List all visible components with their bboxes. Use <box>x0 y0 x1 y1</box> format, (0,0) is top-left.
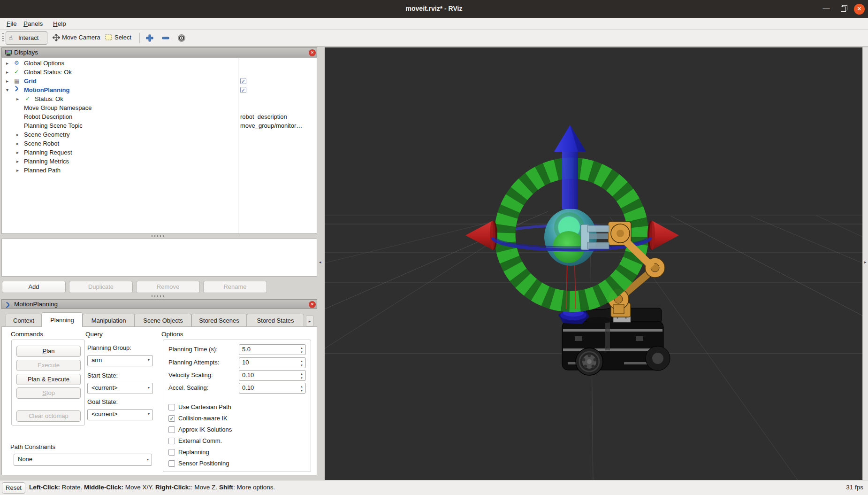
status-bar: Reset Left-Click: Rotate. Middle-Click: … <box>0 480 868 495</box>
grid-icon: ▦ <box>14 77 19 85</box>
add-display-button[interactable]: Add <box>2 281 66 293</box>
planning-group-select[interactable]: arm▾ <box>87 355 153 366</box>
spin-down-icon[interactable]: ▼ <box>299 350 304 354</box>
displays-close-icon[interactable]: ✕ <box>309 49 316 56</box>
tab-scroll-right-icon[interactable]: ▸ <box>306 316 313 326</box>
path-constraints-label: Path Constraints <box>10 443 55 450</box>
clear-octomap-button[interactable]: Clear octomap <box>16 410 81 422</box>
interact-tool-button[interactable]: ☝ Interact <box>6 31 47 45</box>
select-tool-button[interactable]: Select <box>102 31 135 45</box>
tab-stored-states[interactable]: Stored States <box>247 314 304 326</box>
minimize-button[interactable]: — <box>821 4 831 14</box>
remove-display-button[interactable]: Remove <box>136 281 200 293</box>
plan-button[interactable]: Plan <box>16 346 81 357</box>
motionplanning-panel-header[interactable]: MotionPlanning ✕ <box>1 299 317 309</box>
panel-splitter[interactable]: ◂ <box>317 47 325 480</box>
close-button[interactable]: ✕ <box>854 4 865 15</box>
tab-manipulation[interactable]: Manipulation <box>83 314 135 326</box>
rename-display-button[interactable]: Rename <box>203 281 267 293</box>
tree-row-planning-scene-topic[interactable]: Planning Scene Topic move_group/monitor… <box>4 121 319 130</box>
planning-scene-topic-value[interactable]: move_group/monitor… <box>240 121 302 130</box>
tree-row-move-group-namespace[interactable]: Move Group Namespace <box>4 103 319 112</box>
grid-enabled-checkbox[interactable]: ✓ <box>240 78 246 84</box>
start-state-label: Start State: <box>87 372 118 379</box>
zoom-out-icon[interactable] <box>161 33 170 43</box>
panel-splitter-handle[interactable] <box>152 235 166 237</box>
tab-planning[interactable]: Planning <box>42 312 83 327</box>
tree-row-scene-geometry[interactable]: ▸ Scene Geometry <box>4 130 319 139</box>
goal-state-select[interactable]: <current>▾ <box>87 409 153 420</box>
expander-icon[interactable]: ▸ <box>16 166 19 175</box>
menu-file[interactable]: File <box>5 19 19 28</box>
robot-description-value[interactable]: robot_description <box>240 112 287 121</box>
spin-down-icon[interactable]: ▼ <box>299 376 304 380</box>
toolbar-grip[interactable] <box>2 33 4 43</box>
spin-down-icon[interactable]: ▼ <box>299 389 304 393</box>
query-section-title: Query <box>85 331 103 338</box>
tree-row-global-options[interactable]: ▸ ⚙ Global Options <box>4 59 319 68</box>
start-state-select[interactable]: <current>▾ <box>87 383 153 394</box>
plan-and-execute-button[interactable]: Plan & Execute <box>16 374 81 385</box>
planning-time-input[interactable]: 5.0 ▲ ▼ <box>239 344 306 355</box>
menu-help[interactable]: Help <box>51 19 68 28</box>
expander-icon[interactable]: ▸ <box>16 130 19 139</box>
tree-row-robot-description[interactable]: Robot Description robot_description <box>4 112 319 121</box>
velocity-scaling-input[interactable]: 0.10 ▲ ▼ <box>239 370 306 381</box>
commands-group: Plan Execute Plan & Execute Stop Clear o… <box>11 340 85 425</box>
chevron-down-icon: ▾ <box>148 386 150 390</box>
panel-splitter-handle[interactable] <box>152 295 166 297</box>
collapse-left-icon[interactable]: ◂ <box>319 260 321 264</box>
accel-scaling-input[interactable]: 0.10 ▲ ▼ <box>239 383 306 394</box>
restore-button[interactable] <box>839 4 849 14</box>
path-constraints-select[interactable]: None▾ <box>14 454 152 466</box>
menu-panels[interactable]: Panels <box>22 19 45 28</box>
tree-column-divider <box>238 58 238 233</box>
focus-camera-icon[interactable] <box>177 33 186 43</box>
spin-up-icon[interactable]: ▲ <box>299 385 304 388</box>
tab-context[interactable]: Context <box>6 314 42 326</box>
chevron-down-icon: ▾ <box>147 457 149 462</box>
tree-row-motionplanning[interactable]: ▾ MotionPlanning ✓ <box>4 85 319 94</box>
spin-up-icon[interactable]: ▲ <box>299 372 304 376</box>
tree-row-global-status[interactable]: ▸ ✓ Global Status: Ok <box>4 68 319 77</box>
spin-down-icon[interactable]: ▼ <box>299 364 304 367</box>
viewport-background <box>325 47 862 480</box>
expander-icon[interactable]: ▸ <box>16 94 19 103</box>
3d-viewport[interactable] <box>325 47 862 480</box>
spin-up-icon[interactable]: ▲ <box>299 359 304 363</box>
expander-icon[interactable]: ▾ <box>6 85 8 94</box>
expander-icon[interactable]: ▸ <box>6 59 8 68</box>
stop-button[interactable]: Stop <box>16 387 81 399</box>
displays-panel-header[interactable]: Displays ✕ <box>1 47 317 57</box>
move-camera-tool-button[interactable]: Move Camera <box>50 31 104 45</box>
tree-row-status-ok[interactable]: ▸ ✓ Status: Ok <box>4 94 319 103</box>
duplicate-display-button[interactable]: Duplicate <box>69 281 133 293</box>
collapse-right-icon[interactable]: ▸ <box>864 260 867 264</box>
tree-row-planning-metrics[interactable]: ▸ Planning Metrics <box>4 157 319 166</box>
expander-icon[interactable]: ▸ <box>16 157 19 166</box>
zoom-in-icon[interactable] <box>145 33 154 43</box>
right-panel-splitter[interactable]: ▸ <box>862 47 868 480</box>
motionplanning-enabled-checkbox[interactable]: ✓ <box>240 87 246 93</box>
expander-icon[interactable]: ▸ <box>6 68 8 77</box>
reset-button[interactable]: Reset <box>2 482 25 494</box>
tree-row-planning-request[interactable]: ▸ Planning Request <box>4 148 319 157</box>
spin-up-icon[interactable]: ▲ <box>299 346 304 350</box>
viewport-help-text: Left-Click: Rotate. Middle-Click: Move X… <box>29 484 275 491</box>
front-wheel <box>576 348 603 375</box>
title-bar[interactable]: moveit.rviz* - RViz — ✕ <box>0 0 868 18</box>
expander-icon[interactable]: ▸ <box>16 148 19 157</box>
window-title: moveit.rviz* - RViz <box>0 5 868 12</box>
planning-attempts-input[interactable]: 10 ▲ ▼ <box>239 357 306 368</box>
expander-icon[interactable]: ▸ <box>6 77 8 85</box>
tab-stored-scenes[interactable]: Stored Scenes <box>191 314 247 326</box>
commands-section-title: Commands <box>11 331 43 338</box>
tree-row-planned-path[interactable]: ▸ Planned Path <box>4 166 319 175</box>
execute-button[interactable]: Execute <box>16 360 81 371</box>
motionplanning-close-icon[interactable]: ✕ <box>309 301 316 308</box>
tree-row-scene-robot[interactable]: ▸ Scene Robot <box>4 139 319 148</box>
toolbar: ☝ Interact Move Camera Select ▾ ▾ <box>0 30 868 46</box>
tab-scene-objects[interactable]: Scene Objects <box>135 314 191 326</box>
tree-row-grid[interactable]: ▸ ▦ Grid ✓ <box>4 77 319 85</box>
expander-icon[interactable]: ▸ <box>16 139 19 148</box>
